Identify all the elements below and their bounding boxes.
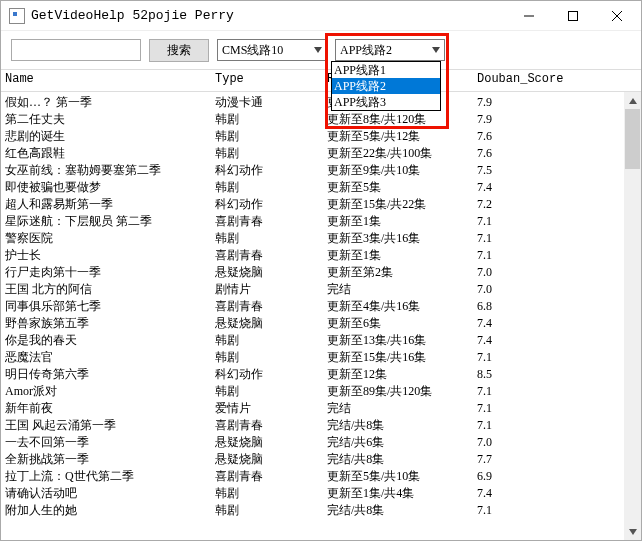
cell-type: 韩剧 (211, 330, 323, 347)
minimize-button[interactable] (507, 2, 551, 30)
cell-type: 韩剧 (211, 143, 323, 160)
cell-remarks: 更新至1集 (323, 245, 473, 262)
chevron-down-icon (310, 40, 326, 60)
table-row[interactable]: 警察医院韩剧更新至3集/共16集7.1 (1, 228, 641, 245)
table-row[interactable]: 附加人生的她韩剧完结/共8集7.1 (1, 500, 641, 517)
cms-route-value: CMS线路10 (222, 42, 283, 59)
maximize-icon (568, 11, 578, 21)
cms-route-select[interactable]: CMS线路10 (217, 39, 327, 61)
cell-remarks: 更新至1集/共4集 (323, 483, 473, 500)
cell-name: 悲剧的诞生 (1, 126, 211, 143)
dropdown-item[interactable]: APP线路3 (332, 94, 440, 110)
cell-type: 韩剧 (211, 228, 323, 245)
table-row[interactable]: Amor派对韩剧更新至89集/共120集7.1 (1, 381, 641, 398)
cell-score: 7.9 (473, 92, 603, 109)
cell-score: 7.4 (473, 177, 603, 194)
cell-score: 7.4 (473, 330, 603, 347)
cell-name: 红色高跟鞋 (1, 143, 211, 160)
table-row[interactable]: 恶魔法官韩剧更新至15集/共16集7.1 (1, 347, 641, 364)
cell-name: 全新挑战第一季 (1, 449, 211, 466)
table-row[interactable]: 护士长喜剧青春更新至1集7.1 (1, 245, 641, 262)
dropdown-item[interactable]: APP线路2 (332, 78, 440, 94)
cell-name: 超人和露易斯第一季 (1, 194, 211, 211)
cell-name: 新年前夜 (1, 398, 211, 415)
table-row[interactable]: 野兽家族第五季悬疑烧脑更新至6集7.4 (1, 313, 641, 330)
video-listview[interactable]: Name Type Remarks Douban_Score 假如…？ 第一季动… (1, 69, 641, 540)
dropdown-item[interactable]: APP线路1 (332, 62, 440, 78)
cell-score: 7.4 (473, 313, 603, 330)
table-row[interactable]: 王国 北方的阿信剧情片完结7.0 (1, 279, 641, 296)
table-row[interactable]: 星际迷航：下层舰员 第二季喜剧青春更新至1集7.1 (1, 211, 641, 228)
maximize-button[interactable] (551, 2, 595, 30)
chevron-down-icon (428, 40, 444, 60)
close-button[interactable] (595, 2, 639, 30)
cell-type: 韩剧 (211, 381, 323, 398)
cell-remarks: 完结/共8集 (323, 500, 473, 517)
table-row[interactable]: 行尸走肉第十一季悬疑烧脑更新至第2集7.0 (1, 262, 641, 279)
table-row[interactable]: 悲剧的诞生韩剧更新至5集/共12集7.6 (1, 126, 641, 143)
cell-name: 你是我的春天 (1, 330, 211, 347)
cell-remarks: 更新至1集 (323, 211, 473, 228)
table-row[interactable]: 红色高跟鞋韩剧更新至22集/共100集7.6 (1, 143, 641, 160)
cell-name: 警察医院 (1, 228, 211, 245)
table-row[interactable]: 一去不回第一季悬疑烧脑完结/共6集7.0 (1, 432, 641, 449)
table-row[interactable]: 超人和露易斯第一季科幻动作更新至15集/共22集7.2 (1, 194, 641, 211)
cell-name: 附加人生的她 (1, 500, 211, 517)
cell-remarks: 完结/共8集 (323, 415, 473, 432)
cell-remarks: 完结 (323, 279, 473, 296)
listview-body[interactable]: 假如…？ 第一季动漫卡通更新至2集/共10集7.9第二任丈夫韩剧更新至8集/共1… (1, 92, 641, 532)
cell-name: 行尸走肉第十一季 (1, 262, 211, 279)
listview-header: Name Type Remarks Douban_Score (1, 70, 641, 92)
column-header-score[interactable]: Douban_Score (473, 70, 603, 91)
cell-type: 喜剧青春 (211, 296, 323, 313)
table-row[interactable]: 同事俱乐部第七季喜剧青春更新至4集/共16集6.8 (1, 296, 641, 313)
app-route-dropdown[interactable]: APP线路1APP线路2APP线路3 (331, 61, 441, 111)
cell-type: 韩剧 (211, 347, 323, 364)
scroll-thumb[interactable] (625, 109, 640, 169)
cell-score: 7.4 (473, 483, 603, 500)
search-button[interactable]: 搜索 (149, 39, 209, 62)
table-row[interactable]: 王国 风起云涌第一季喜剧青春完结/共8集7.1 (1, 415, 641, 432)
cell-remarks: 完结/共8集 (323, 449, 473, 466)
cell-score: 7.1 (473, 211, 603, 228)
table-row[interactable]: 请确认活动吧韩剧更新至1集/共4集7.4 (1, 483, 641, 500)
scroll-up-icon[interactable] (624, 92, 641, 109)
table-row[interactable]: 明日传奇第六季科幻动作更新至12集8.5 (1, 364, 641, 381)
app-window: GetVideoHelp 52pojie Perry 搜索 CMS线路10 AP… (0, 0, 642, 541)
column-header-type[interactable]: Type (211, 70, 323, 91)
cell-name: 即使被骗也要做梦 (1, 177, 211, 194)
cell-remarks: 更新至4集/共16集 (323, 296, 473, 313)
cell-score: 6.8 (473, 296, 603, 313)
cell-remarks: 更新至3集/共16集 (323, 228, 473, 245)
cell-score: 7.1 (473, 381, 603, 398)
cell-score: 7.2 (473, 194, 603, 211)
toolbar: 搜索 CMS线路10 APP线路2 APP线路1APP线路2APP线路3 (1, 31, 641, 69)
cell-score: 7.0 (473, 432, 603, 449)
cell-type: 韩剧 (211, 483, 323, 500)
table-row[interactable]: 假如…？ 第一季动漫卡通更新至2集/共10集7.9 (1, 92, 641, 109)
cell-score: 7.1 (473, 415, 603, 432)
cell-score: 7.0 (473, 262, 603, 279)
table-row[interactable]: 女巫前线：塞勒姆要塞第二季科幻动作更新至9集/共10集7.5 (1, 160, 641, 177)
table-row[interactable]: 你是我的春天韩剧更新至13集/共16集7.4 (1, 330, 641, 347)
table-row[interactable]: 拉丁上流：Q世代第二季喜剧青春更新至5集/共10集6.9 (1, 466, 641, 483)
app-route-select[interactable]: APP线路2 (335, 39, 445, 61)
cell-type: 剧情片 (211, 279, 323, 296)
cell-remarks: 更新至5集 (323, 177, 473, 194)
cell-remarks: 更新至13集/共16集 (323, 330, 473, 347)
table-row[interactable]: 即使被骗也要做梦韩剧更新至5集7.4 (1, 177, 641, 194)
table-row[interactable]: 第二任丈夫韩剧更新至8集/共120集7.9 (1, 109, 641, 126)
column-header-name[interactable]: Name (1, 70, 211, 91)
cell-name: 第二任丈夫 (1, 109, 211, 126)
cell-remarks: 完结/共6集 (323, 432, 473, 449)
table-row[interactable]: 全新挑战第一季悬疑烧脑完结/共8集7.7 (1, 449, 641, 466)
vertical-scrollbar[interactable] (624, 92, 641, 540)
table-row[interactable]: 新年前夜爱情片完结7.1 (1, 398, 641, 415)
search-input[interactable] (11, 39, 141, 61)
cell-score: 7.1 (473, 398, 603, 415)
cell-type: 悬疑烧脑 (211, 449, 323, 466)
svg-rect-1 (569, 11, 578, 20)
cell-name: 一去不回第一季 (1, 432, 211, 449)
scroll-down-icon[interactable] (624, 523, 641, 540)
cell-name: 同事俱乐部第七季 (1, 296, 211, 313)
